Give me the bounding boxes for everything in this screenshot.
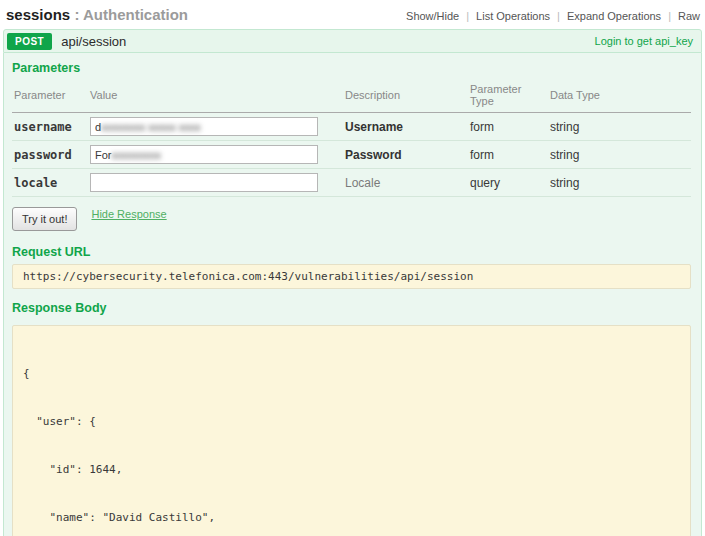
password-input[interactable]: Forxxxxxxxxx (90, 145, 318, 164)
list-operations-link[interactable]: List Operations (476, 10, 550, 22)
try-it-out-button[interactable]: Try it out! (12, 207, 77, 231)
link-separator: | (466, 10, 469, 22)
raw-link[interactable]: Raw (678, 10, 700, 22)
col-description: Description (343, 81, 468, 113)
data-type-username: string (548, 113, 691, 141)
request-url-value: https://cybersecurity.telefonica.com:443… (12, 264, 691, 289)
post-method-badge[interactable]: POST (7, 33, 52, 50)
expand-operations-link[interactable]: Expand Operations (567, 10, 661, 22)
swagger-page: sessions : Authentication Show/Hide | Li… (0, 0, 705, 536)
operation-content: Parameters Parameter Value Description P… (3, 53, 702, 536)
param-description-password: Password (343, 141, 468, 169)
sandbox-actions: Try it out! Hide Response (12, 207, 691, 233)
param-name-locale: locale (12, 169, 88, 197)
param-row-password: password Forxxxxxxxxx Password form stri… (12, 141, 691, 169)
param-name-username: username (12, 113, 88, 141)
json-line: "id": 1644, (23, 462, 680, 478)
param-description-locale: Locale (343, 169, 468, 197)
hide-response-link[interactable]: Hide Response (91, 208, 166, 220)
response-body-heading: Response Body (12, 301, 691, 315)
operation-heading: POST api/session Login to get api_key (3, 29, 702, 53)
username-value-redacted: xxxxxxxx xxxxx xxxx (101, 121, 201, 133)
json-line: "user": { (23, 414, 680, 430)
password-value-visible: For (95, 149, 112, 161)
show-hide-link[interactable]: Show/Hide (406, 10, 459, 22)
json-line: { (23, 366, 680, 382)
param-type-password: form (468, 141, 548, 169)
link-separator: | (557, 10, 560, 22)
link-separator: | (668, 10, 671, 22)
resource-header-links: Show/Hide | List Operations | Expand Ope… (406, 10, 700, 22)
resource-description: : Authentication (70, 6, 188, 23)
parameters-table: Parameter Value Description Parameter Ty… (12, 81, 691, 197)
param-type-locale: query (468, 169, 548, 197)
col-value: Value (88, 81, 343, 113)
param-type-username: form (468, 113, 548, 141)
resource-title: sessions : Authentication (6, 6, 188, 23)
param-description-username: Username (343, 113, 468, 141)
operation-path-link[interactable]: api/session (61, 34, 126, 49)
parameters-header-row: Parameter Value Description Parameter Ty… (12, 81, 691, 113)
param-name-password: password (12, 141, 88, 169)
col-parameter-type: Parameter Type (468, 81, 548, 113)
password-value-redacted: xxxxxxxxx (112, 149, 162, 161)
col-data-type: Data Type (548, 81, 691, 113)
param-row-locale: locale Locale query string (12, 169, 691, 197)
username-input[interactable]: dxxxxxxxx xxxxx xxxx (90, 117, 318, 136)
locale-input[interactable] (90, 173, 318, 192)
data-type-password: string (548, 141, 691, 169)
param-row-username: username dxxxxxxxx xxxxx xxxx Username f… (12, 113, 691, 141)
json-line: "name": "David Castillo", (23, 510, 680, 526)
data-type-locale: string (548, 169, 691, 197)
response-body-json: { "user": { "id": 1644, "name": "David C… (12, 325, 691, 536)
request-url-heading: Request URL (12, 245, 691, 259)
login-api-key-link[interactable]: Login to get api_key (595, 35, 693, 47)
parameters-heading: Parameters (12, 61, 691, 75)
col-parameter: Parameter (12, 81, 88, 113)
resource-name-link[interactable]: sessions (6, 6, 70, 23)
resource-header: sessions : Authentication Show/Hide | Li… (3, 3, 702, 29)
